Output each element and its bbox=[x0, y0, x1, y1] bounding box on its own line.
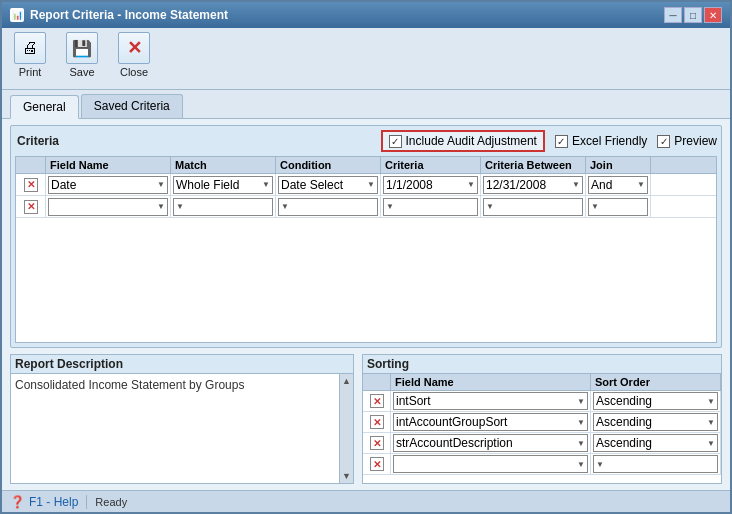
sort-row3-order-dropdown[interactable]: Ascending ▼ bbox=[593, 434, 718, 452]
sort-empty-field-dropdown[interactable]: ▼ bbox=[393, 455, 588, 473]
sort-table-header: Field Name Sort Order bbox=[363, 374, 721, 391]
row1-match-value: Whole Field bbox=[176, 178, 239, 192]
row1-condition-arrow: ▼ bbox=[367, 180, 375, 189]
sort-row2-field-cell: intAccountGroupSort ▼ bbox=[391, 412, 591, 433]
row1-fieldname-dropdown[interactable]: Date ▼ bbox=[48, 176, 168, 194]
row1-match-dropdown[interactable]: Whole Field ▼ bbox=[173, 176, 273, 194]
row1-criteria-cell: 1/1/2008 ▼ bbox=[381, 174, 481, 196]
preview-checkbox[interactable]: ✓ bbox=[657, 135, 670, 148]
empty-row-delete-button[interactable]: ✕ bbox=[24, 200, 38, 214]
audit-adjustment-label: Include Audit Adjustment bbox=[406, 134, 537, 148]
criteria-options: ✓ Include Audit Adjustment ✓ Excel Frien… bbox=[381, 130, 717, 152]
audit-adjustment-checkbox-label[interactable]: ✓ Include Audit Adjustment bbox=[389, 134, 537, 148]
status-divider bbox=[86, 495, 87, 509]
preview-text: Preview bbox=[674, 134, 717, 148]
sort-row3-field-arrow: ▼ bbox=[577, 439, 585, 448]
sort-row2-order-value: Ascending bbox=[596, 415, 652, 429]
row1-condition-cell: Date Select ▼ bbox=[276, 174, 381, 196]
description-scrollbar[interactable]: ▲ ▼ bbox=[339, 374, 353, 483]
sort-row1-field-cell: intSort ▼ bbox=[391, 391, 591, 412]
sort-empty-order-dropdown[interactable]: ▼ bbox=[593, 455, 718, 473]
preview-label[interactable]: ✓ Preview bbox=[657, 134, 717, 148]
empty-row-fieldname-cell: ▼ bbox=[46, 196, 171, 218]
sort-row3-order-cell: Ascending ▼ bbox=[591, 433, 721, 454]
sort-row1-field-value: intSort bbox=[396, 394, 431, 408]
empty-row-fieldname-dropdown[interactable]: ▼ bbox=[48, 198, 168, 216]
header-criteria: Criteria bbox=[381, 157, 481, 173]
status-text: Ready bbox=[95, 496, 127, 508]
sort-row1-order-cell: Ascending ▼ bbox=[591, 391, 721, 412]
row1-fieldname-cell: Date ▼ bbox=[46, 174, 171, 196]
empty-row-join-dropdown[interactable]: ▼ bbox=[588, 198, 648, 216]
sort-row3-field-cell: strAccountDescription ▼ bbox=[391, 433, 591, 454]
criteria-table-body: ✕ Date ▼ Whole Field ▼ bbox=[16, 174, 716, 218]
criteria-table: Field Name Match Condition Criteria Crit… bbox=[15, 156, 717, 343]
audit-adjustment-checkbox[interactable]: ✓ bbox=[389, 135, 402, 148]
save-label: Save bbox=[69, 66, 94, 78]
close-window-button[interactable]: ✕ bbox=[704, 7, 722, 23]
empty-row-match-dropdown[interactable]: ▼ bbox=[173, 198, 273, 216]
minimize-button[interactable]: ─ bbox=[664, 7, 682, 23]
header-condition: Condition bbox=[276, 157, 381, 173]
sort-row3-delete-button[interactable]: ✕ bbox=[370, 436, 384, 450]
title-bar-left: 📊 Report Criteria - Income Statement bbox=[10, 8, 228, 22]
row1-delete-button[interactable]: ✕ bbox=[24, 178, 38, 192]
sort-row2-order-dropdown[interactable]: Ascending ▼ bbox=[593, 413, 718, 431]
save-button[interactable]: 💾 Save bbox=[62, 32, 102, 78]
empty-row-condition-dropdown[interactable]: ▼ bbox=[278, 198, 378, 216]
empty-row-criteria-cell: ▼ bbox=[381, 196, 481, 218]
header-fieldname: Field Name bbox=[46, 157, 171, 173]
maximize-button[interactable]: □ bbox=[684, 7, 702, 23]
row1-match-arrow: ▼ bbox=[262, 180, 270, 189]
help-text: F1 - Help bbox=[29, 495, 78, 509]
empty-row-between-dropdown[interactable]: ▼ bbox=[483, 198, 583, 216]
scroll-up-arrow[interactable]: ▲ bbox=[342, 376, 351, 386]
sort-empty-delete-button[interactable]: ✕ bbox=[370, 457, 384, 471]
row1-condition-dropdown[interactable]: Date Select ▼ bbox=[278, 176, 378, 194]
sort-row1-order-dropdown[interactable]: Ascending ▼ bbox=[593, 392, 718, 410]
sorting-title: Sorting bbox=[363, 355, 721, 373]
row1-condition-value: Date Select bbox=[281, 178, 343, 192]
excel-friendly-label[interactable]: ✓ Excel Friendly bbox=[555, 134, 647, 148]
excel-friendly-checkbox[interactable]: ✓ bbox=[555, 135, 568, 148]
sort-row2-delete-button[interactable]: ✕ bbox=[370, 415, 384, 429]
sort-row: ✕ intAccountGroupSort ▼ Ascending ▼ bbox=[363, 412, 721, 433]
row1-between-dropdown[interactable]: 12/31/2008 ▼ bbox=[483, 176, 583, 194]
row1-criteria-value: 1/1/2008 bbox=[386, 178, 433, 192]
help-link[interactable]: ❓ F1 - Help bbox=[10, 495, 78, 509]
sort-header-order: Sort Order bbox=[591, 374, 721, 390]
report-description-title: Report Description bbox=[11, 355, 353, 373]
empty-row-fieldname-arrow: ▼ bbox=[157, 202, 165, 211]
sort-row: ✕ intSort ▼ Ascending ▼ bbox=[363, 391, 721, 412]
sort-empty-row: ✕ ▼ ▼ bbox=[363, 454, 721, 475]
sort-empty-field-arrow: ▼ bbox=[577, 460, 585, 469]
row1-fieldname-value: Date bbox=[51, 178, 76, 192]
close-button[interactable]: ✕ Close bbox=[114, 32, 154, 78]
window-title: Report Criteria - Income Statement bbox=[30, 8, 228, 22]
tab-saved-criteria[interactable]: Saved Criteria bbox=[81, 94, 183, 118]
sort-row3-delete-cell: ✕ bbox=[363, 433, 391, 454]
table-empty-row: ✕ ▼ ▼ bbox=[16, 196, 716, 218]
sort-row3-field-dropdown[interactable]: strAccountDescription ▼ bbox=[393, 434, 588, 452]
close-label: Close bbox=[120, 66, 148, 78]
save-icon: 💾 bbox=[66, 32, 98, 64]
empty-row-match-cell: ▼ bbox=[171, 196, 276, 218]
criteria-table-header: Field Name Match Condition Criteria Crit… bbox=[16, 157, 716, 174]
tab-general[interactable]: General bbox=[10, 95, 79, 119]
row1-criteria-dropdown[interactable]: 1/1/2008 ▼ bbox=[383, 176, 478, 194]
empty-row-match-arrow: ▼ bbox=[176, 202, 184, 211]
sort-row1-delete-button[interactable]: ✕ bbox=[370, 394, 384, 408]
sort-row1-field-dropdown[interactable]: intSort ▼ bbox=[393, 392, 588, 410]
sort-row2-field-dropdown[interactable]: intAccountGroupSort ▼ bbox=[393, 413, 588, 431]
scroll-down-arrow[interactable]: ▼ bbox=[342, 471, 351, 481]
sort-row3-order-arrow: ▼ bbox=[707, 439, 715, 448]
sort-row1-field-arrow: ▼ bbox=[577, 397, 585, 406]
print-button[interactable]: 🖨 Print bbox=[10, 32, 50, 78]
main-window: 📊 Report Criteria - Income Statement ─ □… bbox=[0, 0, 732, 514]
row1-match-cell: Whole Field ▼ bbox=[171, 174, 276, 196]
empty-row-delete-cell: ✕ bbox=[16, 196, 46, 218]
empty-row-criteria-dropdown[interactable]: ▼ bbox=[383, 198, 478, 216]
report-description-section: Report Description Consolidated Income S… bbox=[10, 354, 354, 484]
row1-join-dropdown[interactable]: And ▼ bbox=[588, 176, 648, 194]
report-description-input[interactable]: Consolidated Income Statement by Groups bbox=[11, 374, 339, 483]
